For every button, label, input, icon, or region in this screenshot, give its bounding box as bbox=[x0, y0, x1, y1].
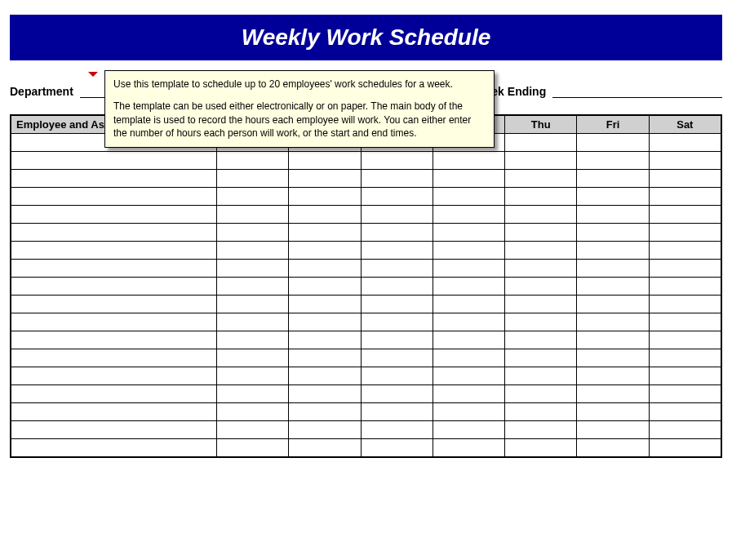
day-cell[interactable] bbox=[289, 188, 361, 206]
day-cell[interactable] bbox=[505, 385, 577, 403]
day-cell[interactable] bbox=[217, 313, 289, 331]
day-cell[interactable] bbox=[361, 421, 433, 439]
day-cell[interactable] bbox=[433, 421, 504, 439]
day-cell[interactable] bbox=[649, 224, 721, 242]
day-cell[interactable] bbox=[505, 170, 577, 188]
employee-cell[interactable] bbox=[11, 313, 217, 331]
day-cell[interactable] bbox=[289, 260, 361, 278]
day-cell[interactable] bbox=[505, 403, 577, 421]
employee-cell[interactable] bbox=[11, 331, 217, 349]
day-cell[interactable] bbox=[505, 134, 577, 152]
employee-cell[interactable] bbox=[11, 206, 217, 224]
day-cell[interactable] bbox=[289, 224, 361, 242]
day-cell[interactable] bbox=[289, 206, 361, 224]
day-cell[interactable] bbox=[217, 403, 289, 421]
day-cell[interactable] bbox=[577, 367, 649, 385]
day-cell[interactable] bbox=[217, 152, 289, 170]
employee-cell[interactable] bbox=[11, 439, 217, 457]
day-cell[interactable] bbox=[217, 188, 289, 206]
employee-cell[interactable] bbox=[11, 421, 217, 439]
day-cell[interactable] bbox=[217, 242, 289, 260]
day-cell[interactable] bbox=[649, 170, 721, 188]
day-cell[interactable] bbox=[505, 313, 577, 331]
day-cell[interactable] bbox=[361, 188, 433, 206]
day-cell[interactable] bbox=[649, 152, 721, 170]
day-cell[interactable] bbox=[217, 224, 289, 242]
employee-cell[interactable] bbox=[11, 260, 217, 278]
employee-cell[interactable] bbox=[11, 188, 217, 206]
day-cell[interactable] bbox=[649, 367, 721, 385]
day-cell[interactable] bbox=[217, 206, 289, 224]
day-cell[interactable] bbox=[217, 278, 289, 296]
day-cell[interactable] bbox=[361, 439, 433, 457]
day-cell[interactable] bbox=[649, 134, 721, 152]
day-cell[interactable] bbox=[217, 170, 289, 188]
day-cell[interactable] bbox=[217, 367, 289, 385]
day-cell[interactable] bbox=[433, 152, 504, 170]
day-cell[interactable] bbox=[577, 188, 649, 206]
day-cell[interactable] bbox=[289, 385, 361, 403]
day-cell[interactable] bbox=[361, 296, 433, 313]
day-cell[interactable] bbox=[361, 170, 433, 188]
day-cell[interactable] bbox=[505, 260, 577, 278]
day-cell[interactable] bbox=[577, 349, 649, 367]
employee-cell[interactable] bbox=[11, 296, 217, 313]
employee-cell[interactable] bbox=[11, 367, 217, 385]
day-cell[interactable] bbox=[361, 367, 433, 385]
day-cell[interactable] bbox=[289, 152, 361, 170]
day-cell[interactable] bbox=[433, 278, 504, 296]
day-cell[interactable] bbox=[217, 385, 289, 403]
day-cell[interactable] bbox=[649, 278, 721, 296]
day-cell[interactable] bbox=[505, 206, 577, 224]
employee-cell[interactable] bbox=[11, 152, 217, 170]
week-ending-input-line[interactable] bbox=[552, 85, 722, 98]
day-cell[interactable] bbox=[217, 421, 289, 439]
day-cell[interactable] bbox=[289, 421, 361, 439]
day-cell[interactable] bbox=[577, 385, 649, 403]
day-cell[interactable] bbox=[505, 224, 577, 242]
employee-cell[interactable] bbox=[11, 349, 217, 367]
employee-cell[interactable] bbox=[11, 403, 217, 421]
day-cell[interactable] bbox=[433, 385, 504, 403]
employee-cell[interactable] bbox=[11, 385, 217, 403]
day-cell[interactable] bbox=[217, 331, 289, 349]
day-cell[interactable] bbox=[433, 188, 504, 206]
day-cell[interactable] bbox=[649, 242, 721, 260]
day-cell[interactable] bbox=[577, 296, 649, 313]
day-cell[interactable] bbox=[649, 439, 721, 457]
day-cell[interactable] bbox=[649, 331, 721, 349]
day-cell[interactable] bbox=[289, 278, 361, 296]
day-cell[interactable] bbox=[505, 331, 577, 349]
day-cell[interactable] bbox=[649, 385, 721, 403]
day-cell[interactable] bbox=[577, 206, 649, 224]
day-cell[interactable] bbox=[577, 278, 649, 296]
day-cell[interactable] bbox=[433, 206, 504, 224]
day-cell[interactable] bbox=[433, 296, 504, 313]
day-cell[interactable] bbox=[577, 152, 649, 170]
day-cell[interactable] bbox=[433, 403, 504, 421]
day-cell[interactable] bbox=[505, 367, 577, 385]
day-cell[interactable] bbox=[289, 349, 361, 367]
day-cell[interactable] bbox=[361, 331, 433, 349]
day-cell[interactable] bbox=[289, 313, 361, 331]
employee-cell[interactable] bbox=[11, 170, 217, 188]
day-cell[interactable] bbox=[505, 349, 577, 367]
employee-cell[interactable] bbox=[11, 242, 217, 260]
day-cell[interactable] bbox=[361, 152, 433, 170]
day-cell[interactable] bbox=[361, 403, 433, 421]
day-cell[interactable] bbox=[577, 313, 649, 331]
day-cell[interactable] bbox=[577, 403, 649, 421]
day-cell[interactable] bbox=[505, 439, 577, 457]
day-cell[interactable] bbox=[217, 260, 289, 278]
day-cell[interactable] bbox=[361, 349, 433, 367]
day-cell[interactable] bbox=[577, 224, 649, 242]
day-cell[interactable] bbox=[289, 242, 361, 260]
day-cell[interactable] bbox=[577, 134, 649, 152]
day-cell[interactable] bbox=[505, 242, 577, 260]
day-cell[interactable] bbox=[577, 170, 649, 188]
day-cell[interactable] bbox=[577, 331, 649, 349]
day-cell[interactable] bbox=[361, 313, 433, 331]
day-cell[interactable] bbox=[649, 260, 721, 278]
day-cell[interactable] bbox=[577, 439, 649, 457]
day-cell[interactable] bbox=[361, 278, 433, 296]
